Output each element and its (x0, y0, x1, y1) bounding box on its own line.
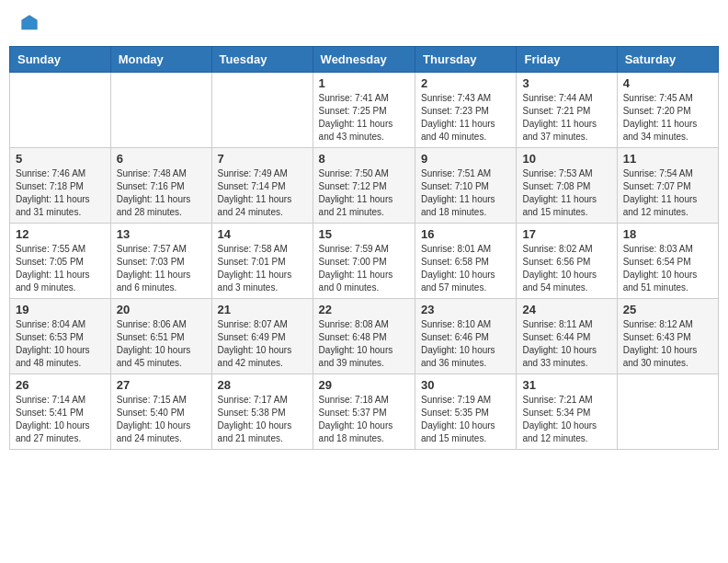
day-number: 4 (623, 76, 712, 90)
day-number: 19 (16, 303, 105, 316)
day-number: 23 (421, 303, 510, 316)
calendar-cell: 31Sunrise: 7:21 AMSunset: 5:34 PMDayligh… (517, 374, 617, 450)
day-number: 29 (319, 378, 409, 392)
day-number: 28 (218, 378, 307, 392)
calendar-cell (617, 374, 718, 450)
calendar-header-row: SundayMondayTuesdayWednesdayThursdayFrid… (10, 47, 719, 73)
day-number: 8 (319, 152, 409, 166)
day-number: 26 (16, 378, 105, 392)
day-info: Sunrise: 7:55 AMSunset: 7:05 PMDaylight:… (16, 243, 105, 294)
day-info: Sunrise: 8:06 AMSunset: 6:51 PMDaylight:… (117, 318, 206, 370)
page-header (9, 9, 719, 37)
day-info: Sunrise: 7:59 AMSunset: 7:00 PMDaylight:… (319, 243, 409, 294)
calendar-cell: 2Sunrise: 7:43 AMSunset: 7:23 PMDaylight… (415, 73, 517, 148)
calendar-cell: 25Sunrise: 8:12 AMSunset: 6:43 PMDayligh… (617, 299, 718, 374)
day-info: Sunrise: 8:01 AMSunset: 6:58 PMDaylight:… (421, 243, 510, 294)
calendar-cell: 22Sunrise: 8:08 AMSunset: 6:48 PMDayligh… (313, 299, 415, 374)
day-info: Sunrise: 7:17 AMSunset: 5:38 PMDaylight:… (218, 394, 307, 445)
day-info: Sunrise: 7:43 AMSunset: 7:23 PMDaylight:… (421, 92, 510, 144)
calendar-cell: 7Sunrise: 7:49 AMSunset: 7:14 PMDaylight… (211, 148, 313, 224)
day-info: Sunrise: 7:50 AMSunset: 7:12 PMDaylight:… (319, 167, 409, 219)
calendar-cell (211, 73, 313, 148)
day-info: Sunrise: 7:15 AMSunset: 5:40 PMDaylight:… (117, 394, 206, 445)
day-info: Sunrise: 8:02 AMSunset: 6:56 PMDaylight:… (522, 243, 610, 294)
day-info: Sunrise: 8:04 AMSunset: 6:53 PMDaylight:… (16, 318, 105, 370)
day-info: Sunrise: 8:07 AMSunset: 6:49 PMDaylight:… (218, 318, 307, 370)
day-number: 15 (319, 227, 409, 241)
day-number: 21 (218, 303, 307, 316)
day-number: 31 (522, 378, 610, 392)
day-number: 11 (623, 152, 712, 166)
day-info: Sunrise: 8:03 AMSunset: 6:54 PMDaylight:… (623, 243, 712, 294)
weekday-header-wednesday: Wednesday (313, 47, 415, 73)
calendar-cell: 17Sunrise: 8:02 AMSunset: 6:56 PMDayligh… (517, 224, 617, 299)
calendar-week-1: 1Sunrise: 7:41 AMSunset: 7:25 PMDaylight… (10, 73, 719, 148)
calendar-cell: 28Sunrise: 7:17 AMSunset: 5:38 PMDayligh… (211, 374, 313, 450)
day-number: 18 (623, 227, 712, 241)
day-number: 14 (218, 227, 307, 241)
calendar-cell: 8Sunrise: 7:50 AMSunset: 7:12 PMDaylight… (313, 148, 415, 224)
calendar-week-3: 12Sunrise: 7:55 AMSunset: 7:05 PMDayligh… (10, 224, 719, 299)
day-number: 13 (117, 227, 206, 241)
logo (18, 14, 40, 32)
calendar-cell (10, 73, 111, 148)
calendar-cell: 27Sunrise: 7:15 AMSunset: 5:40 PMDayligh… (110, 374, 211, 450)
day-info: Sunrise: 8:11 AMSunset: 6:44 PMDaylight:… (522, 318, 610, 370)
day-info: Sunrise: 7:18 AMSunset: 5:37 PMDaylight:… (319, 394, 409, 445)
calendar-cell: 19Sunrise: 8:04 AMSunset: 6:53 PMDayligh… (10, 299, 111, 374)
calendar-cell: 23Sunrise: 8:10 AMSunset: 6:46 PMDayligh… (415, 299, 517, 374)
calendar-cell: 14Sunrise: 7:58 AMSunset: 7:01 PMDayligh… (211, 224, 313, 299)
day-info: Sunrise: 8:12 AMSunset: 6:43 PMDaylight:… (623, 318, 712, 370)
calendar-table: SundayMondayTuesdayWednesdayThursdayFrid… (9, 46, 719, 450)
day-number: 27 (117, 378, 206, 392)
calendar-cell: 16Sunrise: 8:01 AMSunset: 6:58 PMDayligh… (415, 224, 517, 299)
calendar-week-2: 5Sunrise: 7:46 AMSunset: 7:18 PMDaylight… (10, 148, 719, 224)
day-info: Sunrise: 7:46 AMSunset: 7:18 PMDaylight:… (16, 167, 105, 219)
calendar-cell: 29Sunrise: 7:18 AMSunset: 5:37 PMDayligh… (313, 374, 415, 450)
day-number: 10 (522, 152, 610, 166)
calendar-cell: 6Sunrise: 7:48 AMSunset: 7:16 PMDaylight… (110, 148, 211, 224)
day-info: Sunrise: 7:21 AMSunset: 5:34 PMDaylight:… (522, 394, 610, 445)
day-number: 17 (522, 227, 610, 241)
calendar-cell: 3Sunrise: 7:44 AMSunset: 7:21 PMDaylight… (517, 73, 617, 148)
day-number: 12 (16, 227, 105, 241)
day-info: Sunrise: 7:48 AMSunset: 7:16 PMDaylight:… (117, 167, 206, 219)
day-info: Sunrise: 7:14 AMSunset: 5:41 PMDaylight:… (16, 394, 105, 445)
calendar-cell: 10Sunrise: 7:53 AMSunset: 7:08 PMDayligh… (517, 148, 617, 224)
weekday-header-saturday: Saturday (617, 47, 718, 73)
day-info: Sunrise: 7:58 AMSunset: 7:01 PMDaylight:… (218, 243, 307, 294)
day-info: Sunrise: 7:44 AMSunset: 7:21 PMDaylight:… (522, 92, 610, 144)
day-number: 7 (218, 152, 307, 166)
weekday-header-monday: Monday (110, 47, 211, 73)
calendar-cell: 11Sunrise: 7:54 AMSunset: 7:07 PMDayligh… (617, 148, 718, 224)
calendar-cell: 30Sunrise: 7:19 AMSunset: 5:35 PMDayligh… (415, 374, 517, 450)
calendar-cell: 15Sunrise: 7:59 AMSunset: 7:00 PMDayligh… (313, 224, 415, 299)
weekday-header-tuesday: Tuesday (211, 47, 313, 73)
weekday-header-friday: Friday (517, 47, 617, 73)
day-number: 3 (522, 76, 610, 90)
day-number: 20 (117, 303, 206, 316)
calendar-cell: 9Sunrise: 7:51 AMSunset: 7:10 PMDaylight… (415, 148, 517, 224)
calendar-cell: 21Sunrise: 8:07 AMSunset: 6:49 PMDayligh… (211, 299, 313, 374)
day-info: Sunrise: 7:49 AMSunset: 7:14 PMDaylight:… (218, 167, 307, 219)
day-info: Sunrise: 7:54 AMSunset: 7:07 PMDaylight:… (623, 167, 712, 219)
calendar-cell: 12Sunrise: 7:55 AMSunset: 7:05 PMDayligh… (10, 224, 111, 299)
calendar-cell: 5Sunrise: 7:46 AMSunset: 7:18 PMDaylight… (10, 148, 111, 224)
day-number: 25 (623, 303, 712, 316)
calendar-cell: 1Sunrise: 7:41 AMSunset: 7:25 PMDaylight… (313, 73, 415, 148)
day-number: 24 (522, 303, 610, 316)
day-number: 16 (421, 227, 510, 241)
calendar-cell: 26Sunrise: 7:14 AMSunset: 5:41 PMDayligh… (10, 374, 111, 450)
day-info: Sunrise: 8:08 AMSunset: 6:48 PMDaylight:… (319, 318, 409, 370)
day-info: Sunrise: 7:19 AMSunset: 5:35 PMDaylight:… (421, 394, 510, 445)
day-number: 30 (421, 378, 510, 392)
calendar-cell (110, 73, 211, 148)
day-info: Sunrise: 7:45 AMSunset: 7:20 PMDaylight:… (623, 92, 712, 144)
day-number: 9 (421, 152, 510, 166)
day-number: 6 (117, 152, 206, 166)
calendar-cell: 4Sunrise: 7:45 AMSunset: 7:20 PMDaylight… (617, 73, 718, 148)
day-number: 22 (319, 303, 409, 316)
calendar-cell: 20Sunrise: 8:06 AMSunset: 6:51 PMDayligh… (110, 299, 211, 374)
calendar-cell: 24Sunrise: 8:11 AMSunset: 6:44 PMDayligh… (517, 299, 617, 374)
weekday-header-sunday: Sunday (10, 47, 111, 73)
